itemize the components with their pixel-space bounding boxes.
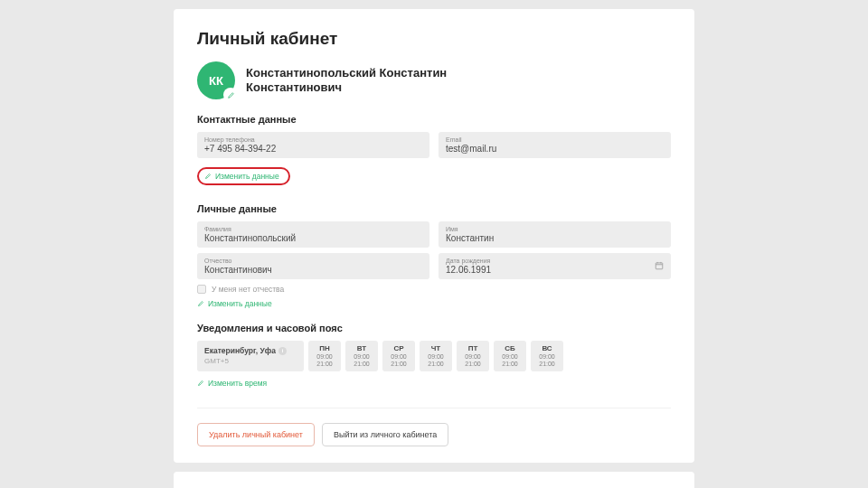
edit-contact-button[interactable]: Изменить данные (197, 167, 290, 185)
day-to: 21:00 (345, 361, 378, 368)
dob-field[interactable]: Дата рождения 12.06.1991 (439, 253, 671, 279)
edit-contact-label: Изменить данные (215, 172, 279, 181)
timezone-offset: GMT+5 (204, 357, 297, 365)
day-name: ПТ (457, 344, 489, 352)
surname-label: Фамилия (204, 226, 422, 232)
surname-value: Константинопольский (204, 233, 422, 243)
day-box-sun[interactable]: ВС 09:00 21:00 (531, 341, 563, 371)
day-box-mon[interactable]: ПН 09:00 21:00 (308, 341, 341, 371)
day-name: ПН (308, 344, 341, 352)
day-from: 09:00 (345, 353, 378, 361)
name-label: Имя (446, 226, 664, 232)
day-from: 09:00 (494, 353, 526, 361)
patronymic-label: Отчество (204, 258, 422, 264)
day-name: СБ (494, 344, 526, 352)
day-name: СР (382, 344, 415, 352)
edit-personal-label: Изменить данные (208, 299, 272, 308)
timezone-city: Екатеринбург, Уфа (204, 346, 276, 355)
profile-header: КК Константинопольский Константин Конста… (197, 61, 671, 99)
day-name: ВТ (345, 344, 378, 352)
email-label: Email (446, 136, 664, 143)
pencil-icon (204, 173, 212, 180)
day-to: 21:00 (382, 361, 415, 368)
profile-card: Личный кабинет КК Константинопольский Ко… (174, 9, 694, 463)
day-from: 09:00 (531, 353, 563, 361)
delete-account-button[interactable]: Удалить личный кабинет (197, 423, 315, 446)
day-box-fri[interactable]: ПТ 09:00 21:00 (457, 341, 489, 371)
section-title-personal: Личные данные (197, 203, 671, 214)
action-buttons: Удалить личный кабинет Выйти из личного … (197, 408, 671, 446)
info-icon[interactable]: i (278, 347, 287, 355)
day-from: 09:00 (308, 353, 341, 361)
email-field[interactable]: Email test@mail.ru (439, 132, 671, 158)
phone-value: +7 495 84-394-22 (204, 144, 422, 154)
page-title: Личный кабинет (197, 29, 671, 49)
day-name: ЧТ (420, 344, 452, 352)
patronymic-field[interactable]: Отчество Константинович (197, 253, 429, 279)
day-name: ВС (531, 344, 563, 352)
full-name: Константинопольский Константин Константи… (246, 66, 447, 96)
dob-label: Дата рождения (446, 258, 664, 264)
day-from: 09:00 (382, 353, 415, 361)
section-title-notifications: Уведомления и часовой пояс (197, 323, 671, 333)
pencil-icon (227, 91, 235, 99)
timezone-box[interactable]: Екатеринбург, Уфа i GMT+5 (197, 341, 304, 371)
avatar-edit-button[interactable] (223, 88, 238, 102)
day-box-wed[interactable]: СР 09:00 21:00 (382, 341, 415, 371)
day-to: 21:00 (457, 361, 489, 368)
timezone-row: Екатеринбург, Уфа i GMT+5 ПН 09:00 21:00… (197, 341, 671, 371)
day-to: 21:00 (308, 361, 341, 368)
day-box-tue[interactable]: ВТ 09:00 21:00 (345, 341, 378, 371)
surname-field[interactable]: Фамилия Константинопольский (197, 221, 429, 248)
full-name-line2: Константинович (246, 80, 447, 95)
day-to: 21:00 (494, 361, 526, 368)
avatar-initials: КК (209, 74, 223, 88)
day-from: 09:00 (420, 353, 452, 361)
avatar[interactable]: КК (197, 61, 235, 99)
phone-field[interactable]: Номер телефона +7 495 84-394-22 (197, 132, 429, 158)
day-box-thu[interactable]: ЧТ 09:00 21:00 (420, 341, 452, 371)
no-patronymic-checkbox[interactable]: У меня нет отчества (197, 285, 671, 294)
edit-time-label: Изменить время (208, 379, 267, 388)
checkbox-icon (197, 285, 206, 294)
name-field[interactable]: Имя Константин (439, 221, 671, 248)
calendar-icon (655, 261, 664, 272)
day-box-sat[interactable]: СБ 09:00 21:00 (494, 341, 526, 371)
no-patronymic-label: У меня нет отчества (212, 285, 284, 294)
pencil-icon (197, 380, 204, 387)
svg-rect-0 (656, 262, 663, 268)
phone-label: Номер телефона (204, 136, 422, 143)
section-title-contact: Контактные данные (197, 114, 671, 125)
full-name-line1: Константинопольский Константин (246, 66, 447, 80)
pencil-icon (197, 300, 204, 307)
dob-value: 12.06.1991 (446, 265, 664, 275)
edit-personal-button[interactable]: Изменить данные (197, 297, 272, 310)
patronymic-value: Константинович (204, 265, 422, 275)
email-value: test@mail.ru (446, 144, 664, 154)
edit-time-button[interactable]: Изменить время (197, 377, 267, 389)
day-to: 21:00 (531, 361, 563, 368)
day-to: 21:00 (420, 361, 452, 368)
security-card: Безопасность превыше всего Установите па… (174, 472, 694, 488)
name-value: Константин (446, 233, 664, 243)
day-from: 09:00 (457, 353, 489, 361)
logout-button[interactable]: Выйти из личного кабинета (322, 423, 448, 446)
